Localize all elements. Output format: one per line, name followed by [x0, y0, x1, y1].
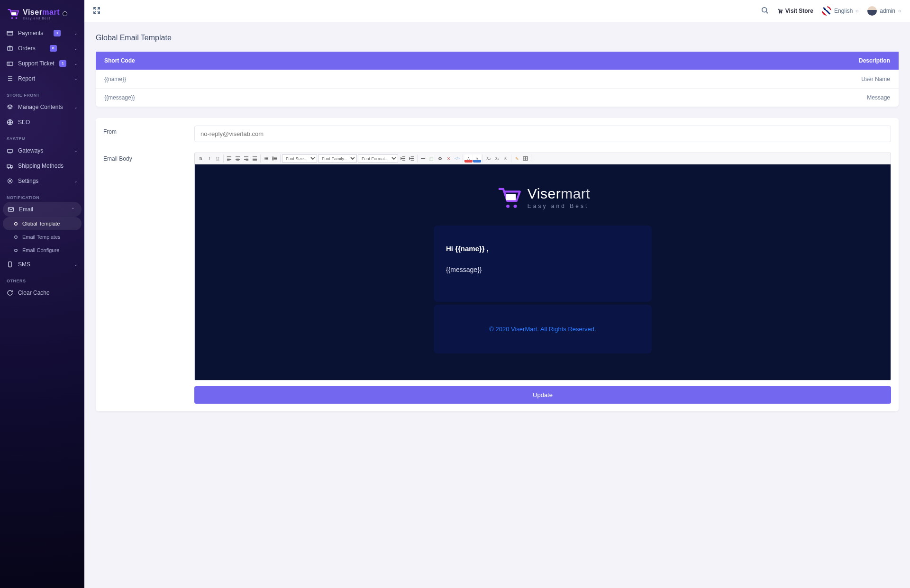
ul-button[interactable] [271, 154, 279, 163]
chevron-down-icon: ⌄ [74, 46, 78, 51]
cart-icon [6, 7, 20, 21]
preview-footer-box: © 2020 ViserMart. All Rights Reserved. [434, 305, 652, 353]
update-button[interactable]: Update [194, 386, 891, 404]
svg-point-22 [273, 160, 273, 160]
radio-dot-icon[interactable] [63, 11, 67, 16]
preview-footer-link[interactable]: © 2020 ViserMart. All Rights Reserved. [489, 326, 596, 333]
underline-button[interactable]: U [214, 154, 222, 163]
visit-store-label: Visit Store [785, 8, 813, 14]
sidebar-subitem-email-configure[interactable]: Email Configure [0, 244, 84, 257]
align-right-button[interactable] [242, 154, 250, 163]
sidebar-item-report[interactable]: Report⌄ [0, 71, 84, 86]
link-button[interactable] [436, 154, 444, 163]
dot-icon [13, 221, 18, 226]
email-preview[interactable]: Visermart Easy and Best Hi {{name}} , {{… [195, 164, 891, 380]
svg-rect-12 [9, 208, 14, 211]
align-center-button[interactable] [234, 154, 242, 163]
card-icon [7, 30, 13, 36]
user-menu[interactable]: admin ⊖ [867, 6, 901, 16]
sidebar-item-gateways[interactable]: Gateways⌄ [0, 143, 84, 158]
preview-brand: Visermart [528, 186, 590, 202]
body-label: Email Body [103, 153, 194, 404]
sidebar-item-email[interactable]: Email⌃ [3, 202, 82, 217]
sidebar-subitem-global-template[interactable]: Global Template [3, 217, 82, 230]
svg-rect-24 [506, 194, 516, 200]
image-button[interactable]: ⬚ [428, 154, 436, 163]
preview-message: {{message}} [446, 266, 639, 273]
layers-icon [7, 104, 13, 110]
sidebar-item-label: SMS [18, 261, 30, 268]
shortcode-card: Short Code Description {{name}}User Name… [96, 52, 899, 107]
indent-in-button[interactable] [408, 154, 416, 163]
language-selector[interactable]: English ⊖ [822, 6, 859, 16]
sidebar-item-label: Settings [18, 178, 38, 184]
font-size-select[interactable]: Font Size... [282, 154, 317, 163]
brand-logo[interactable]: Visermart Easy and Best [0, 0, 84, 26]
strike-button[interactable]: S [501, 154, 510, 163]
search-icon[interactable] [761, 7, 769, 16]
chevron-down-icon: ⌄ [74, 31, 78, 36]
align-left-button[interactable] [225, 154, 233, 163]
text-color-button[interactable]: A [464, 154, 473, 163]
indent-out-button[interactable] [399, 154, 407, 163]
ol-button[interactable] [262, 154, 270, 163]
svg-point-17 [762, 7, 767, 12]
svg-point-10 [11, 167, 12, 168]
collapse-sidebar-button[interactable] [93, 7, 100, 16]
mail-icon [8, 206, 14, 213]
font-format-select[interactable]: Font Format... [358, 154, 398, 163]
sidebar-item-settings[interactable]: Settings⌄ [0, 173, 84, 189]
dot-icon [13, 248, 18, 253]
cell-desc: Message [495, 89, 899, 107]
clear-format-button[interactable]: ✎ [513, 154, 521, 163]
code-button[interactable]: </> [453, 154, 461, 163]
sidebar-item-sms[interactable]: SMS⌄ [0, 257, 84, 272]
refresh-icon [7, 289, 13, 296]
cell-desc: User Name [495, 70, 899, 89]
badge: 1 [59, 60, 66, 67]
sms-icon [7, 261, 13, 268]
visit-store-link[interactable]: Visit Store [777, 8, 813, 14]
chevron-down-icon: ⌄ [74, 148, 78, 153]
sidebar-item-shipping-methods[interactable]: Shipping Methods [0, 158, 84, 173]
sidebar-item-label: Report [18, 75, 35, 82]
sidebar-item-seo[interactable]: SEO [0, 115, 84, 130]
sidebar-subitem-email-templates[interactable]: Email Templates [0, 230, 84, 244]
superscript-button[interactable]: X2 [493, 154, 501, 163]
cart-icon [495, 184, 522, 211]
preview-logo: Visermart Easy and Best [195, 184, 891, 212]
subscript-button[interactable]: X2 [484, 154, 492, 163]
svg-point-15 [15, 249, 18, 252]
from-input[interactable] [194, 126, 891, 142]
page-title: Global Email Template [96, 34, 899, 42]
sidebar-section-heading: NOTIFICATION [0, 189, 84, 202]
badge: 0 [50, 45, 56, 52]
sidebar-item-payments[interactable]: Payments1⌄ [0, 26, 84, 41]
svg-point-1 [11, 17, 13, 19]
brand-tagline: Easy and Best [23, 17, 60, 20]
sidebar-item-manage-contents[interactable]: Manage Contents⌄ [0, 100, 84, 115]
list-icon [7, 75, 13, 82]
font-family-select[interactable]: Font Family... [318, 154, 357, 163]
box-icon [7, 45, 13, 52]
sidebar-item-support-ticket[interactable]: Support Ticket1⌄ [0, 56, 84, 71]
bold-button[interactable]: B [197, 154, 205, 163]
sidebar-item-clear-cache[interactable]: Clear Cache [0, 285, 84, 300]
align-justify-button[interactable] [251, 154, 259, 163]
email-form-card: From Email Body B I U [96, 118, 899, 411]
sidebar-section-heading: OTHERS [0, 272, 84, 285]
table-row: {{message}}Message [96, 89, 899, 107]
cart-icon [777, 8, 783, 14]
from-label: From [103, 126, 194, 142]
sidebar-item-orders[interactable]: Orders0⌄ [0, 41, 84, 56]
chevron-down-icon: ⌄ [74, 76, 78, 81]
sidebar-item-label: Orders [18, 45, 36, 52]
table-row: {{name}}User Name [96, 70, 899, 89]
gateway-icon [7, 147, 13, 154]
svg-point-2 [16, 17, 18, 19]
bg-color-button[interactable]: A [473, 154, 481, 163]
italic-button[interactable]: I [205, 154, 213, 163]
hr-button[interactable] [419, 154, 427, 163]
table-button[interactable] [521, 154, 529, 163]
unlink-button[interactable]: ✕ [445, 154, 453, 163]
